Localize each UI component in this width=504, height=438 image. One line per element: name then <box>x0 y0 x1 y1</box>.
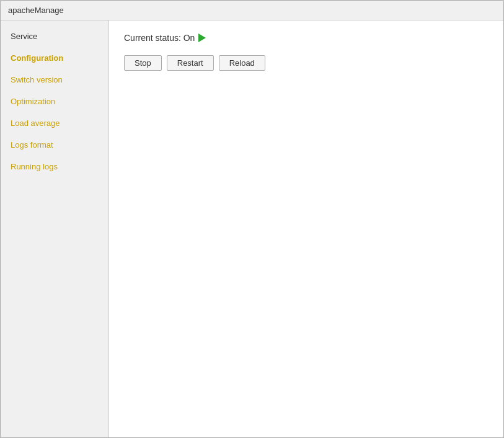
reload-button[interactable]: Reload <box>219 55 265 71</box>
status-line: Current status: On <box>124 33 489 43</box>
sidebar-item-optimization[interactable]: Optimization <box>1 91 108 112</box>
sidebar-item-running-logs[interactable]: Running logs <box>1 156 108 177</box>
sidebar: Service Configuration Switch version Opt… <box>1 20 109 437</box>
restart-button[interactable]: Restart <box>167 55 214 71</box>
app-title: apacheManage <box>8 6 64 15</box>
sidebar-item-service[interactable]: Service <box>1 25 108 47</box>
status-value: On <box>183 33 195 43</box>
content-area: Service Configuration Switch version Opt… <box>1 20 503 437</box>
app-window: apacheManage Service Configuration Switc… <box>0 0 504 438</box>
button-row: Stop Restart Reload <box>124 55 489 71</box>
stop-button[interactable]: Stop <box>124 55 162 71</box>
sidebar-item-configuration[interactable]: Configuration <box>1 47 108 69</box>
status-on-icon <box>198 34 206 42</box>
main-content: Current status: On Stop Restart Reload <box>109 20 503 437</box>
sidebar-item-switch-version[interactable]: Switch version <box>1 69 108 91</box>
title-bar: apacheManage <box>1 1 503 20</box>
sidebar-item-load-average[interactable]: Load average <box>1 112 108 134</box>
status-label: Current status: <box>124 33 181 43</box>
sidebar-item-logs-format[interactable]: Logs format <box>1 134 108 156</box>
